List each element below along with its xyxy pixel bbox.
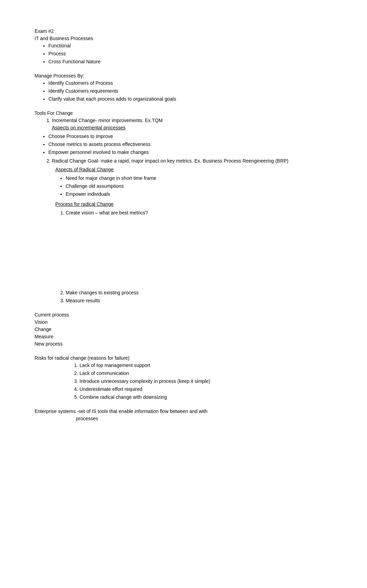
list-item: Challenge old assumptions: [66, 183, 332, 190]
spacer: [35, 219, 332, 288]
risk-item: Lack of top management support: [79, 362, 332, 369]
remaining-process-steps: Make changes to existing process Measure…: [55, 289, 332, 304]
process-steps-list: Create vision – what are best metrics?: [55, 209, 332, 217]
list-item: Choose Processes to improve: [48, 133, 332, 140]
list-item: Make changes to existing process: [66, 289, 332, 296]
flow-item-2: Change: [35, 326, 332, 333]
list-item: Empower personnel involved to make chang…: [48, 149, 332, 156]
flow-item-3: Measure: [35, 333, 332, 340]
enterprise-text-line2: processes: [76, 416, 98, 421]
list-item: Cross Functional Nature: [48, 58, 332, 65]
manage-processes-section: Manage Processes By: Identify Customers …: [35, 72, 332, 103]
risk-item: Underestimate effort required: [79, 386, 332, 393]
manage-processes-title: Manage Processes By:: [35, 72, 332, 80]
aspects-title: Aspects of Radical Change: [55, 166, 332, 173]
process-steps-cont: Make changes to existing process Measure…: [55, 289, 332, 304]
exam-title: Exam #2: [35, 28, 332, 35]
list-item: Identify Customers requirements: [48, 88, 332, 95]
incremental-label: Incremental Change- minor improvements. …: [52, 118, 163, 123]
enterprise-systems-section: Enterprise systems -set of IS tools that…: [35, 408, 332, 422]
incremental-sub-label: Aspects on incremental processes: [52, 125, 125, 130]
risks-list: Lack of top management support Lack of c…: [62, 362, 332, 401]
tools-numbered-list: Incremental Change- minor improvements. …: [35, 117, 332, 131]
radical-aspects-section: Aspects of Radical Change Need for major…: [55, 166, 332, 217]
tools-for-change-title: Tools For Change: [35, 110, 332, 117]
list-item: Empower individuals: [66, 191, 332, 198]
list-item: Functional: [48, 42, 332, 49]
list-item: Clarify value that each process adds to …: [48, 95, 332, 103]
risk-item: Introduce unnecessary complexity in proc…: [79, 378, 332, 385]
tools-for-change-section: Tools For Change Incremental Change- min…: [35, 110, 332, 304]
flow-item-4: New process: [35, 340, 332, 348]
risk-item: Combine radical change with downsizing: [79, 394, 332, 401]
radical-numbered-list: Radical Change Goal- make a rapid, major…: [35, 157, 332, 165]
list-item: Measure results: [66, 297, 332, 304]
radical-label: Radical Change Goal- make a rapid, major…: [52, 158, 289, 164]
enterprise-text: Enterprise systems -set of IS tools that…: [35, 408, 332, 422]
flow-item-0: Current process: [35, 311, 332, 319]
it-business-list: Functional Process Cross Functional Natu…: [35, 42, 332, 65]
list-item: Identify Customers of Process: [48, 80, 332, 87]
exam-title-section: Exam #2 IT and Business Processes Functi…: [35, 28, 332, 65]
risks-section: Risks for radical change (reasons for fa…: [35, 355, 332, 401]
radical-change-item: Radical Change Goal- make a rapid, major…: [52, 157, 332, 165]
process-title: Process for radical Change: [55, 201, 332, 208]
incremental-items-list: Choose Processes to improve Choose metri…: [35, 133, 332, 156]
risk-item: Lack of communication: [79, 370, 332, 377]
list-item: Create vision – what are best metrics?: [66, 209, 332, 217]
enterprise-text-line1: Enterprise systems -set of IS tools that…: [35, 408, 207, 414]
list-item: Need for major change in short time fram…: [66, 175, 332, 182]
list-item: Choose metrics to assets process effecti…: [48, 141, 332, 148]
flow-item-1: Vision: [35, 319, 332, 326]
aspects-list: Need for major change in short time fram…: [55, 175, 332, 198]
risks-title: Risks for radical change (reasons for fa…: [35, 355, 332, 362]
list-item: Process: [48, 50, 332, 57]
subtitle: IT and Business Processes: [35, 35, 332, 42]
incremental-change-item: Incremental Change- minor improvements. …: [52, 117, 332, 131]
process-flow-section: Current process Vision Change Measure Ne…: [35, 311, 332, 348]
manage-processes-list: Identify Customers of Process Identify C…: [35, 80, 332, 103]
